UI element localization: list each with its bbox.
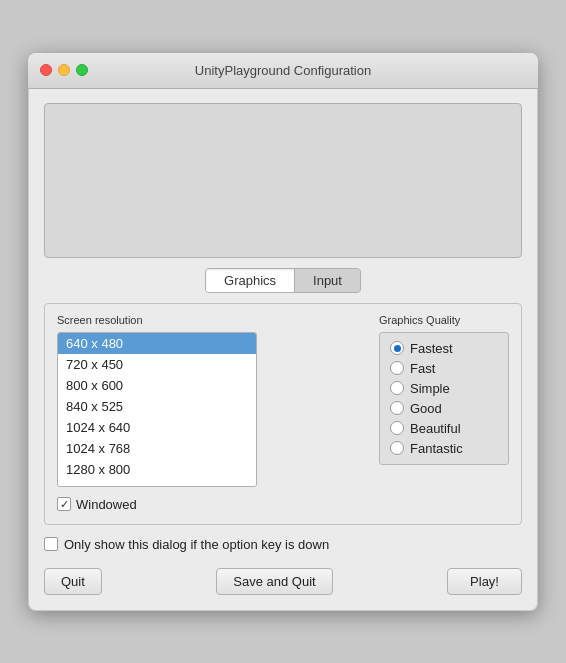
windowed-label: Windowed [76,497,137,512]
quality-option-label: Fantastic [410,441,463,456]
resolution-item[interactable]: 1024 x 768 [58,438,256,459]
preview-area [44,103,522,258]
play-button[interactable]: Play! [447,568,522,595]
maximize-button[interactable] [76,64,88,76]
resolution-item[interactable]: 1440 x 900 [58,480,256,487]
traffic-lights [40,64,88,76]
window-title: UnityPlayground Configuration [195,63,371,78]
resolution-item[interactable]: 1280 x 800 [58,459,256,480]
buttons-row: Quit Save and Quit Play! [44,568,522,595]
quality-option-label: Fast [410,361,435,376]
quality-radio-item[interactable]: Beautiful [390,421,498,436]
quit-button[interactable]: Quit [44,568,102,595]
resolution-list[interactable]: 640 x 480720 x 450800 x 600840 x 5251024… [57,332,257,487]
quality-radio-item[interactable]: Good [390,401,498,416]
radio-circle [390,401,404,415]
panel-inner: Screen resolution 640 x 480720 x 450800 … [57,314,509,512]
option-dialog-checkbox[interactable] [44,537,58,551]
quality-option-label: Simple [410,381,450,396]
windowed-checkbox[interactable]: ✓ [57,497,71,511]
quality-label: Graphics Quality [379,314,509,326]
close-button[interactable] [40,64,52,76]
quality-radio-item[interactable]: Simple [390,381,498,396]
resolution-label: Screen resolution [57,314,359,326]
tabs-container: Graphics Input [44,268,522,293]
screen-resolution-section: Screen resolution 640 x 480720 x 450800 … [57,314,359,512]
quality-option-label: Good [410,401,442,416]
title-bar: UnityPlayground Configuration [28,53,538,89]
resolution-item[interactable]: 1024 x 640 [58,417,256,438]
tab-bar: Graphics Input [205,268,361,293]
resolution-item[interactable]: 640 x 480 [58,333,256,354]
save-and-quit-button[interactable]: Save and Quit [216,568,332,595]
settings-panel: Screen resolution 640 x 480720 x 450800 … [44,303,522,525]
quality-options: FastestFastSimpleGoodBeautifulFantastic [379,332,509,465]
quality-option-label: Beautiful [410,421,461,436]
radio-circle [390,361,404,375]
tab-graphics[interactable]: Graphics [206,269,295,292]
radio-circle [390,441,404,455]
tab-input[interactable]: Input [295,269,360,292]
windowed-row: ✓ Windowed [57,497,359,512]
main-window: UnityPlayground Configuration Graphics I… [28,53,538,611]
radio-circle [390,421,404,435]
resolution-item[interactable]: 840 x 525 [58,396,256,417]
radio-circle [390,381,404,395]
quality-radio-item[interactable]: Fast [390,361,498,376]
option-dialog-row: Only show this dialog if the option key … [44,537,522,552]
minimize-button[interactable] [58,64,70,76]
resolution-item[interactable]: 720 x 450 [58,354,256,375]
graphics-quality-section: Graphics Quality FastestFastSimpleGoodBe… [379,314,509,512]
resolution-item[interactable]: 800 x 600 [58,375,256,396]
window-content: Graphics Input Screen resolution 640 x 4… [28,89,538,611]
quality-option-label: Fastest [410,341,453,356]
radio-circle [390,341,404,355]
windowed-checkmark: ✓ [60,498,69,511]
quality-radio-item[interactable]: Fastest [390,341,498,356]
quality-radio-item[interactable]: Fantastic [390,441,498,456]
option-dialog-label: Only show this dialog if the option key … [64,537,329,552]
